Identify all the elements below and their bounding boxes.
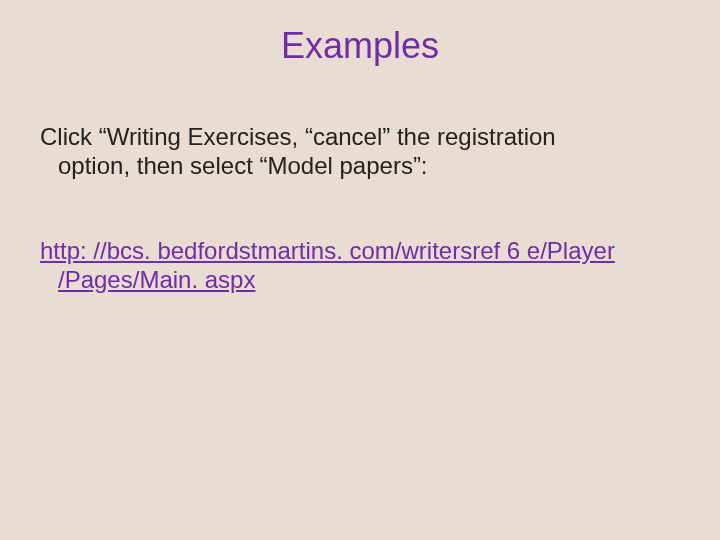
instruction-text: Click “Writing Exercises, “cancel” the r…: [40, 122, 680, 181]
instruction-line-1: Click “Writing Exercises, “cancel” the r…: [40, 123, 556, 150]
slide: Examples Click “Writing Exercises, “canc…: [0, 0, 720, 540]
reference-link[interactable]: http: //bcs. bedfordstmartins. com/write…: [40, 236, 680, 295]
link-line-2: /Pages/Main. aspx: [40, 265, 680, 294]
slide-title: Examples: [40, 25, 680, 67]
instruction-line-2: option, then select “Model papers”:: [40, 151, 680, 180]
link-line-1: http: //bcs. bedfordstmartins. com/write…: [40, 237, 615, 264]
